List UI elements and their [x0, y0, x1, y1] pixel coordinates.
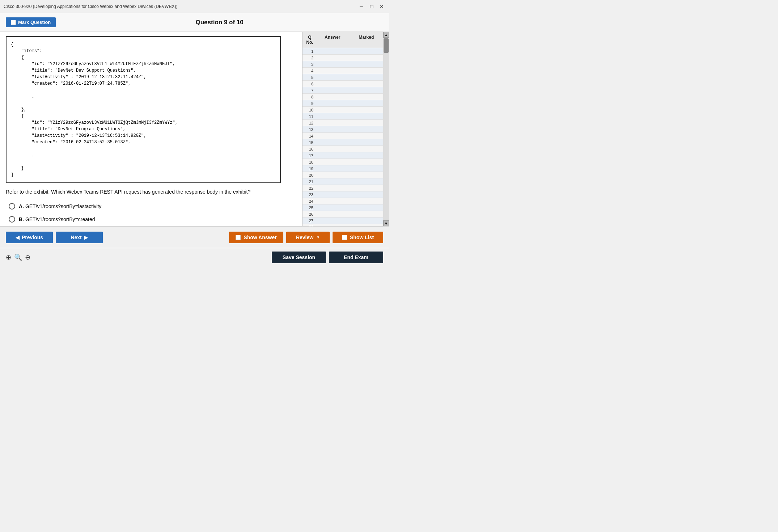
q-num-2: 2 [303, 56, 316, 60]
sidebar-row-27[interactable]: 27 [303, 218, 383, 224]
sidebar-row-14[interactable]: 14 [303, 133, 383, 139]
q-num-15: 15 [303, 140, 316, 145]
q-num-22: 22 [303, 186, 316, 190]
bottom-toolbar2: ⊕ 🔍 ⊖ Save Session End Exam [0, 248, 389, 266]
scrollbar-up-arrow[interactable]: ▲ [383, 32, 389, 38]
bottom-toolbar: ◀ Previous Next ▶ Show Answer Review ▼ S… [0, 226, 389, 248]
zoom-reset-button[interactable]: 🔍 [14, 253, 22, 261]
sidebar-row-19[interactable]: 19 [303, 165, 383, 172]
sidebar-row-3[interactable]: 3 [303, 61, 383, 68]
q-num-4: 4 [303, 69, 316, 73]
sidebar-row-15[interactable]: 15 [303, 139, 383, 146]
review-chevron-icon: ▼ [316, 235, 320, 239]
option-b-label: B. GET/v1/rooms?sortBy=created [19, 216, 95, 222]
option-a[interactable]: A. GET/v1/rooms?sortBy=lastactivity [6, 201, 296, 212]
sidebar-row-4[interactable]: 4 [303, 68, 383, 74]
zoom-in-button[interactable]: ⊕ [6, 253, 11, 261]
sidebar-row-9[interactable]: 9 [303, 100, 383, 107]
show-list-button[interactable]: Show List [333, 232, 383, 243]
window-controls: ─ □ ✕ [358, 4, 385, 9]
q-num-23: 23 [303, 193, 316, 197]
sidebar-marked-header: Marked [350, 33, 384, 46]
q-num-19: 19 [303, 166, 316, 171]
zoom-out-button[interactable]: ⊖ [25, 253, 30, 261]
scrollbar-thumb[interactable] [384, 38, 389, 53]
q-num-16: 16 [303, 147, 316, 151]
sidebar-inner: Q No. Answer Marked 1 2 3 4 5 [303, 32, 383, 226]
maximize-button[interactable]: □ [368, 4, 375, 9]
q-num-5: 5 [303, 75, 316, 80]
q-num-20: 20 [303, 173, 316, 177]
prev-chevron-icon: ◀ [16, 235, 20, 240]
option-a-radio[interactable] [9, 203, 15, 210]
sidebar-row-13[interactable]: 13 [303, 126, 383, 133]
sidebar-row-24[interactable]: 24 [303, 198, 383, 204]
option-b[interactable]: B. GET/v1/rooms?sortBy=created [6, 214, 296, 225]
q-num-26: 26 [303, 212, 316, 216]
scrollbar-down-arrow[interactable]: ▼ [383, 220, 389, 226]
q-num-27: 27 [303, 219, 316, 223]
sidebar-row-25[interactable]: 25 [303, 204, 383, 211]
previous-button[interactable]: ◀ Previous [6, 232, 53, 243]
code-block: { "items": { "id": "Y2lzY29zcGFyazovL3Vz… [6, 36, 281, 183]
q-num-24: 24 [303, 199, 316, 203]
show-answer-button[interactable]: Show Answer [229, 232, 283, 243]
options-list: A. GET/v1/rooms?sortBy=lastactivity B. G… [6, 201, 296, 226]
q-num-1: 1 [303, 49, 316, 54]
sidebar-row-23[interactable]: 23 [303, 191, 383, 198]
q-num-14: 14 [303, 134, 316, 138]
q-num-3: 3 [303, 62, 316, 67]
mark-checkbox-icon [11, 20, 16, 25]
question-text: Refer to the exhibit. Which Webex Teams … [6, 188, 296, 196]
next-chevron-icon: ▶ [84, 235, 88, 240]
main-layout: { "items": { "id": "Y2lzY29zcGFyazovL3Vz… [0, 32, 389, 226]
next-label: Next [71, 235, 81, 240]
sidebar-row-7[interactable]: 7 [303, 87, 383, 94]
sidebar-row-2[interactable]: 2 [303, 55, 383, 61]
q-num-9: 9 [303, 101, 316, 106]
q-num-18: 18 [303, 160, 316, 164]
sidebar-row-18[interactable]: 18 [303, 159, 383, 165]
close-button[interactable]: ✕ [378, 4, 385, 9]
q-num-13: 13 [303, 127, 316, 132]
sidebar-scrollbar[interactable]: ▲ ▼ [383, 32, 389, 226]
save-session-button[interactable]: Save Session [272, 252, 326, 263]
sidebar-row-8[interactable]: 8 [303, 94, 383, 100]
sidebar-qno-header: Q No. [303, 33, 316, 46]
sidebar-row-5[interactable]: 5 [303, 74, 383, 81]
window-title: Cisco 300-920 (Developing Applications f… [4, 4, 177, 9]
zoom-controls: ⊕ 🔍 ⊖ [6, 253, 30, 261]
sidebar-row-17[interactable]: 17 [303, 152, 383, 159]
sidebar-row-11[interactable]: 11 [303, 113, 383, 120]
review-button[interactable]: Review ▼ [286, 232, 330, 243]
q-num-17: 17 [303, 153, 316, 158]
q-num-6: 6 [303, 82, 316, 86]
sidebar-row-12[interactable]: 12 [303, 120, 383, 126]
sidebar-row-16[interactable]: 16 [303, 146, 383, 152]
sidebar-row-21[interactable]: 21 [303, 178, 383, 185]
sidebar-row-20[interactable]: 20 [303, 172, 383, 178]
show-list-checkbox-icon [342, 235, 347, 240]
sidebar-row-22[interactable]: 22 [303, 185, 383, 191]
option-a-label: A. GET/v1/rooms?sortBy=lastactivity [19, 203, 101, 209]
show-answer-label: Show Answer [244, 235, 276, 240]
sidebar-row-6[interactable]: 6 [303, 81, 383, 87]
show-list-label: Show List [350, 235, 374, 240]
q-num-10: 10 [303, 108, 316, 112]
end-exam-button[interactable]: End Exam [329, 252, 383, 263]
sidebar-row-10[interactable]: 10 [303, 107, 383, 113]
content-area: { "items": { "id": "Y2lzY29zcGFyazovL3Vz… [0, 32, 302, 226]
sidebar-row-26[interactable]: 26 [303, 211, 383, 218]
minimize-button[interactable]: ─ [358, 4, 365, 9]
sidebar-rows: 1 2 3 4 5 6 7 8 [303, 48, 383, 226]
next-button[interactable]: Next ▶ [56, 232, 103, 243]
show-answer-checkbox-icon [236, 235, 241, 240]
q-num-28: 28 [303, 225, 316, 227]
sidebar-row-1[interactable]: 1 [303, 48, 383, 55]
mark-question-button[interactable]: Mark Question [6, 17, 56, 27]
sidebar-row-28[interactable]: 28 [303, 224, 383, 226]
option-b-radio[interactable] [9, 216, 15, 223]
q-num-21: 21 [303, 180, 316, 184]
q-num-11: 11 [303, 114, 316, 119]
q-num-25: 25 [303, 206, 316, 210]
